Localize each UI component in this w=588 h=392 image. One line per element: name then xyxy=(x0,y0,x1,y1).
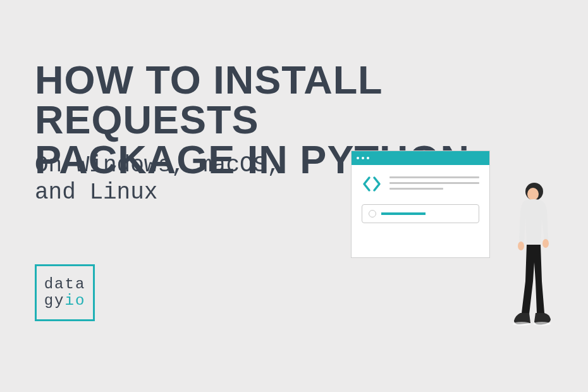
browser-illustration xyxy=(351,150,490,258)
placeholder-line xyxy=(389,188,443,190)
input-line xyxy=(381,212,426,215)
person-illustration xyxy=(503,180,563,335)
window-dot-icon xyxy=(362,157,364,159)
subtitle-line-1: On Windows, macOS, xyxy=(35,152,281,178)
svg-point-5 xyxy=(533,322,551,326)
window-dot-icon xyxy=(367,157,369,159)
browser-content-area xyxy=(352,165,489,257)
code-brackets-icon xyxy=(362,175,382,193)
browser-header-row xyxy=(362,175,479,193)
svg-point-3 xyxy=(542,239,549,248)
subtitle-line-2: and Linux xyxy=(35,180,157,205)
svg-point-4 xyxy=(513,322,530,326)
input-box-illustration xyxy=(362,204,479,223)
browser-title-bar xyxy=(352,151,489,165)
placeholder-line xyxy=(389,176,479,178)
logo-text-line-1: data xyxy=(44,276,86,293)
title-line-1: HOW TO INSTALL REQUESTS xyxy=(35,58,382,142)
svg-point-1 xyxy=(527,188,539,200)
placeholder-line xyxy=(389,182,479,184)
page-subtitle: On Windows, macOS, and Linux xyxy=(35,152,281,206)
window-dot-icon xyxy=(357,157,359,159)
datagy-logo: data gyio xyxy=(35,264,95,321)
circle-icon xyxy=(369,210,376,217)
svg-point-2 xyxy=(518,242,524,250)
placeholder-lines xyxy=(389,175,479,190)
logo-text-line-2: gyio xyxy=(44,293,86,309)
